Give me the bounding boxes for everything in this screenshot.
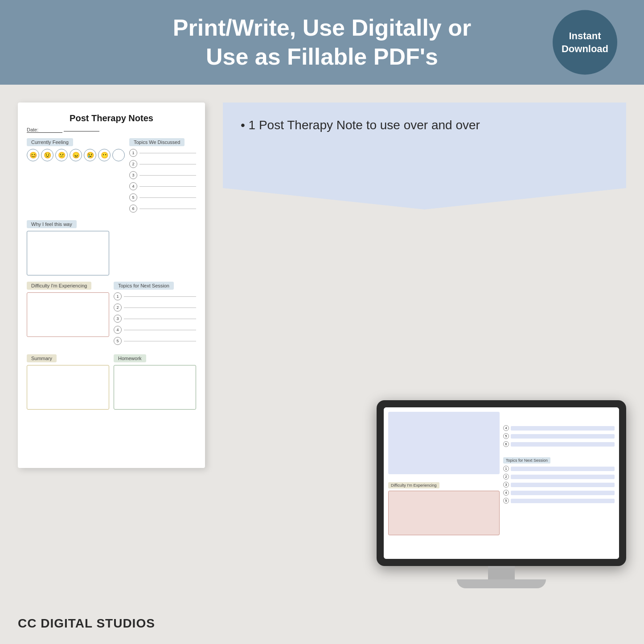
- doc-row-3: Difficulty I'm Experiencing Topics for N…: [27, 282, 196, 348]
- screen-left: Difficulty I'm Experiencing: [388, 412, 500, 554]
- screen-purple-box-top: [388, 412, 500, 474]
- emoji-5: 😢: [84, 149, 96, 161]
- screen-topics-next-section: Topics for Next Session 1 2 3 4 5: [503, 455, 615, 506]
- header-title-line1: Print/Write, Use Digitally or: [173, 15, 471, 41]
- topics-next-label: Topics for Next Session: [114, 282, 174, 290]
- screen-list-item: 3: [503, 482, 615, 488]
- main-container: Print/Write, Use Digitally or Use as Fil…: [0, 0, 644, 644]
- screen-list-item: 4: [503, 425, 615, 431]
- list-item: 1: [129, 149, 196, 157]
- doc-row-1: Currently Feeling 😊 😟 😕 😠 😢 😶 Topic: [27, 138, 196, 216]
- difficulty-label: Difficulty I'm Experiencing: [27, 282, 91, 290]
- list-item: 2: [129, 160, 196, 168]
- emoji-2: 😟: [41, 149, 53, 161]
- badge-line2: Download: [562, 42, 608, 55]
- header-title-line2: Use as Fillable PDF's: [206, 44, 438, 70]
- badge-line1: Instant: [569, 29, 601, 42]
- paper-document: Post Therapy Notes Date: Currently Feeli…: [18, 103, 205, 468]
- monitor-stand-base: [457, 579, 546, 588]
- screen-list-item: 2: [503, 474, 615, 480]
- screen-list-item: 5: [503, 433, 615, 439]
- topics-discussed-col: Topics We Discussed 1 2 3 4 5 6: [129, 138, 196, 216]
- document-wrapper: Post Therapy Notes Date: Currently Feeli…: [18, 103, 205, 588]
- emoji-row: 😊 😟 😕 😠 😢 😶: [27, 149, 125, 161]
- topics-discussed-label: Topics We Discussed: [129, 138, 185, 146]
- monitor-screen-outer: Difficulty I'm Experiencing: [377, 400, 626, 566]
- list-item: 2: [114, 304, 196, 312]
- why-feel-label: Why I feel this way: [27, 220, 77, 228]
- screen-list-item: 5: [503, 498, 615, 504]
- emoji-7: [112, 149, 125, 161]
- list-item: 4: [114, 326, 196, 334]
- list-item: 1: [114, 292, 196, 300]
- list-item: 5: [129, 193, 196, 201]
- header-title: Print/Write, Use Digitally or Use as Fil…: [173, 13, 471, 71]
- header-banner: Print/Write, Use Digitally or Use as Fil…: [0, 0, 644, 85]
- instant-download-badge: Instant Download: [553, 10, 617, 75]
- right-side: 1 Post Therapy Note to use over and over: [223, 103, 626, 588]
- brand-name: CC DIGITAL STUDIOS: [18, 616, 155, 630]
- homework-label: Homework: [114, 354, 146, 362]
- screen-topics-next-label: Topics for Next Session: [503, 457, 550, 464]
- doc-row-4: Summary Homework: [27, 354, 196, 410]
- monitor-screen-inner: Difficulty I'm Experiencing: [384, 407, 619, 559]
- summary-col: Summary: [27, 354, 109, 410]
- monitor-wrapper: Difficulty I'm Experiencing: [223, 223, 626, 588]
- doc-date: Date:: [27, 127, 196, 133]
- screen-doc: Difficulty I'm Experiencing: [388, 412, 615, 554]
- doc-row-2: Why I feel this way: [27, 220, 196, 275]
- topics-next-col: Topics for Next Session 1 2 3 4 5: [114, 282, 196, 348]
- why-feel-col: Why I feel this way: [27, 220, 109, 275]
- homework-box: [114, 365, 196, 410]
- callout-bullet: 1 Post Therapy Note to use over and over: [241, 116, 480, 135]
- monitor-stand-neck: [488, 566, 515, 579]
- list-item: 6: [129, 205, 196, 213]
- monitor: Difficulty I'm Experiencing: [377, 400, 626, 588]
- emoji-3: 😕: [55, 149, 68, 161]
- screen-content: Difficulty I'm Experiencing: [384, 407, 619, 559]
- screen-list-item: 6: [503, 441, 615, 447]
- difficulty-box: [27, 292, 109, 337]
- why-feel-box: [27, 231, 109, 275]
- screen-difficulty-section: Difficulty I'm Experiencing: [388, 480, 500, 535]
- callout-banner: 1 Post Therapy Note to use over and over: [223, 103, 626, 209]
- summary-label: Summary: [27, 354, 57, 362]
- currently-feeling-col: Currently Feeling 😊 😟 😕 😠 😢 😶: [27, 138, 125, 216]
- emoji-4: 😠: [70, 149, 82, 161]
- screen-list-item: 1: [503, 466, 615, 472]
- emoji-1: 😊: [27, 149, 39, 161]
- list-item: 5: [114, 337, 196, 345]
- currently-feeling-label: Currently Feeling: [27, 138, 73, 146]
- summary-box: [27, 365, 109, 410]
- content-area: Post Therapy Notes Date: Currently Feeli…: [0, 85, 644, 606]
- doc-title: Post Therapy Notes: [27, 113, 196, 123]
- empty-col: [114, 220, 196, 275]
- list-item: 3: [114, 315, 196, 323]
- difficulty-col: Difficulty I'm Experiencing: [27, 282, 109, 348]
- callout-text: 1 Post Therapy Note to use over and over: [241, 116, 480, 135]
- emoji-6: 😶: [98, 149, 111, 161]
- topics-next-list: 1 2 3 4 5: [114, 292, 196, 345]
- homework-col: Homework: [114, 354, 196, 410]
- screen-top-list: 4 5 6: [503, 425, 615, 449]
- list-item: 3: [129, 171, 196, 179]
- screen-difficulty-label: Difficulty I'm Experiencing: [388, 482, 439, 488]
- screen-list-item: 4: [503, 490, 615, 496]
- screen-right: 4 5 6 Topics for Next Session: [503, 412, 615, 554]
- list-item: 4: [129, 182, 196, 190]
- bottom-brand: CC DIGITAL STUDIOS: [18, 616, 155, 631]
- screen-difficulty-box: [388, 491, 500, 535]
- topics-list: 1 2 3 4 5 6: [129, 149, 196, 213]
